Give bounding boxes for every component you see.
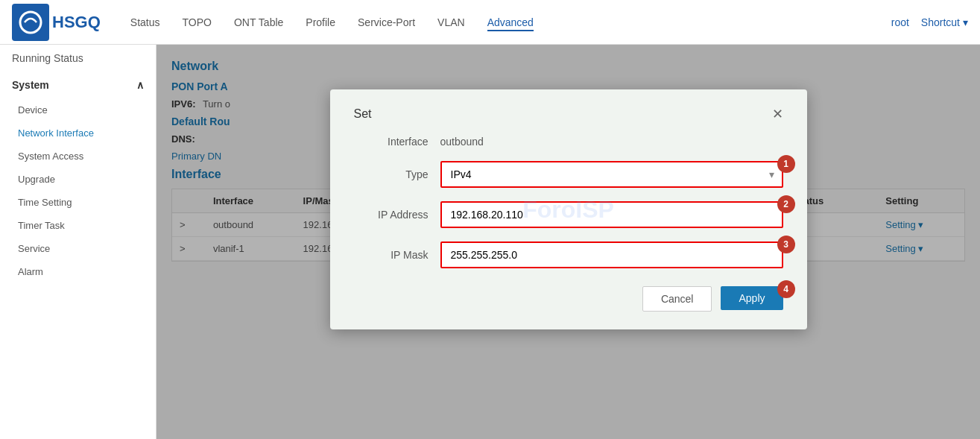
nav-ont-table[interactable]: ONT Table bbox=[234, 13, 283, 31]
nav-profile[interactable]: Profile bbox=[306, 13, 335, 31]
nav-status[interactable]: Status bbox=[130, 13, 160, 31]
type-label: Type bbox=[354, 168, 429, 180]
sidebar-item-upgrade[interactable]: Upgrade bbox=[0, 168, 156, 191]
cancel-button[interactable]: Cancel bbox=[642, 286, 712, 312]
sidebar-item-running-status[interactable]: Running Status bbox=[0, 45, 156, 72]
nav-vlan[interactable]: VLAN bbox=[437, 13, 465, 31]
brand-name: HSGQ bbox=[52, 13, 101, 32]
modal-footer: Cancel Apply 4 bbox=[354, 286, 783, 312]
logo: HSGQ bbox=[12, 4, 101, 41]
nav-right: root Shortcut ▾ bbox=[891, 16, 968, 28]
modal-overlay: Set ✕ Interface outbound Type IPv4 IPv6 bbox=[157, 45, 980, 439]
nav-links: Status TOPO ONT Table Profile Service-Po… bbox=[130, 13, 891, 31]
nav-topo[interactable]: TOPO bbox=[183, 13, 212, 31]
ip-mask-label: IP Mask bbox=[354, 249, 429, 261]
form-row-ip: IP Address 2 bbox=[354, 201, 783, 228]
step-badge-4: 4 bbox=[777, 280, 795, 298]
modal-set: Set ✕ Interface outbound Type IPv4 IPv6 bbox=[330, 89, 807, 329]
nav-shortcut[interactable]: Shortcut ▾ bbox=[921, 16, 968, 28]
ip-address-input[interactable] bbox=[440, 201, 783, 228]
form-row-interface: Interface outbound bbox=[354, 136, 783, 148]
sidebar-item-timer-task[interactable]: Timer Task bbox=[0, 214, 156, 237]
modal-close-button[interactable]: ✕ bbox=[772, 107, 783, 121]
interface-value: outbound bbox=[440, 136, 484, 148]
main-content: Network PON Port A IPV6: Turn o Default … bbox=[157, 45, 980, 439]
apply-button[interactable]: Apply bbox=[721, 286, 783, 310]
ip-address-label: IP Address bbox=[354, 209, 429, 221]
step-badge-1: 1 bbox=[777, 155, 795, 173]
form-row-mask: IP Mask 3 bbox=[354, 241, 783, 268]
type-select[interactable]: IPv4 IPv6 bbox=[440, 161, 783, 188]
ip-mask-input[interactable] bbox=[440, 241, 783, 268]
svg-point-0 bbox=[20, 12, 41, 33]
sidebar: Running Status System ∧ Device Network I… bbox=[0, 45, 157, 439]
sidebar-item-system-access[interactable]: System Access bbox=[0, 145, 156, 168]
nav-advanced[interactable]: Advanced bbox=[487, 13, 534, 31]
sidebar-system-header[interactable]: System ∧ bbox=[0, 72, 156, 98]
sidebar-item-alarm[interactable]: Alarm bbox=[0, 260, 156, 283]
sidebar-item-service[interactable]: Service bbox=[0, 237, 156, 260]
chevron-up-icon: ∧ bbox=[136, 79, 144, 91]
nav-user: root bbox=[891, 16, 909, 28]
form-row-type: Type IPv4 IPv6 ▾ 1 bbox=[354, 161, 783, 188]
interface-label: Interface bbox=[354, 136, 429, 148]
layout: Running Status System ∧ Device Network I… bbox=[0, 45, 980, 439]
type-select-wrapper: IPv4 IPv6 ▾ bbox=[440, 161, 783, 188]
step-badge-2: 2 bbox=[777, 195, 795, 213]
sidebar-item-network-interface[interactable]: Network Interface bbox=[0, 121, 156, 145]
modal-header: Set ✕ bbox=[354, 107, 783, 121]
nav-service-port[interactable]: Service-Port bbox=[358, 13, 415, 31]
sidebar-item-device[interactable]: Device bbox=[0, 98, 156, 121]
sidebar-item-time-setting[interactable]: Time Setting bbox=[0, 191, 156, 214]
step-badge-3: 3 bbox=[777, 236, 795, 253]
logo-icon bbox=[12, 4, 49, 41]
apply-wrapper: Apply 4 bbox=[721, 286, 783, 312]
topnav: HSGQ Status TOPO ONT Table Profile Servi… bbox=[0, 0, 980, 45]
chevron-down-icon: ▾ bbox=[963, 16, 968, 28]
modal-title: Set bbox=[354, 107, 372, 121]
